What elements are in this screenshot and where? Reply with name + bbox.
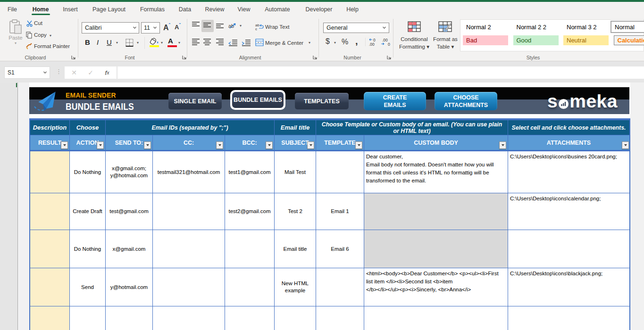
svg-text:0: 0 (388, 42, 390, 46)
svg-text:ab: ab (228, 23, 234, 29)
svg-text:.00: .00 (369, 42, 375, 46)
svg-text:c: c (255, 27, 257, 30)
svg-text:.00: .00 (382, 38, 388, 42)
